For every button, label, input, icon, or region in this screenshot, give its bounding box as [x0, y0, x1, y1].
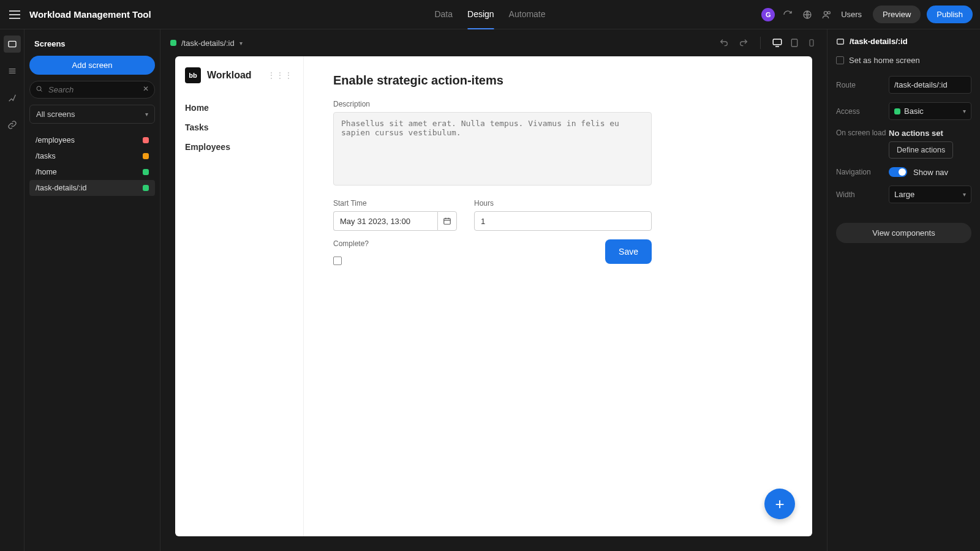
current-route-text: /task-details/:id [181, 39, 235, 48]
menu-icon[interactable] [7, 7, 22, 22]
rail-link-icon[interactable] [4, 116, 21, 133]
show-nav-toggle[interactable] [889, 167, 907, 177]
route-input[interactable] [889, 76, 971, 94]
screens-filter-value: All screens [36, 110, 75, 119]
set-home-screen[interactable]: Set as home screen [836, 56, 971, 65]
inspector-header: /task-details/:id [836, 37, 971, 46]
svg-point-7 [37, 86, 41, 91]
save-button[interactable]: Save [605, 239, 652, 264]
width-value: Large [894, 190, 914, 199]
svg-line-8 [40, 90, 42, 92]
start-time-label: Start Time [333, 199, 462, 208]
top-tabs: Data Design Automate [434, 0, 545, 29]
nav-employees[interactable]: Employees [185, 137, 293, 157]
screen-list: /employees /tasks /home /task-details/:i… [29, 132, 155, 196]
users-label[interactable]: Users [841, 10, 862, 19]
access-prop-label: Access [836, 107, 889, 116]
tab-data[interactable]: Data [434, 0, 453, 29]
set-home-label: Set as home screen [849, 56, 920, 65]
top-right: G Users Preview Publish [761, 6, 973, 23]
chevron-down-icon: ▾ [239, 40, 243, 47]
users-icon[interactable] [820, 8, 834, 21]
sync-icon[interactable] [781, 8, 794, 21]
search-icon [36, 85, 43, 92]
tab-design[interactable]: Design [467, 0, 494, 29]
screen-item-home[interactable]: /home [29, 164, 155, 180]
screen-item-dot [143, 169, 149, 175]
screen-item-label: /home [36, 168, 57, 176]
route-dot [170, 40, 176, 46]
screens-search-input[interactable] [29, 81, 155, 99]
screens-filter-select[interactable]: All screens ▾ [29, 105, 155, 124]
access-select[interactable]: Basic ▾ [889, 102, 971, 120]
rail-screens-icon[interactable] [4, 36, 21, 53]
svg-point-1 [824, 11, 827, 14]
center-toolbar: /task-details/:id ▾ [160, 29, 827, 56]
no-actions-text: No actions set [889, 129, 971, 138]
clear-search-icon[interactable]: ✕ [143, 84, 149, 93]
hours-input[interactable] [474, 211, 652, 231]
device-mobile-icon[interactable] [806, 37, 817, 48]
complete-checkbox[interactable] [333, 257, 342, 265]
undo-icon[interactable] [718, 37, 729, 48]
publish-button[interactable]: Publish [927, 6, 973, 23]
width-select[interactable]: Large ▾ [889, 186, 971, 203]
hours-label: Hours [474, 199, 652, 208]
screen-item-dot [143, 153, 149, 159]
chevron-down-icon: ▾ [963, 108, 966, 114]
view-components-button[interactable]: View components [836, 223, 971, 243]
screen-item-tasks[interactable]: /tasks [29, 148, 155, 164]
svg-rect-3 [9, 41, 16, 47]
current-route-badge[interactable]: /task-details/:id ▾ [170, 39, 243, 48]
canvas-sidebar: bb Workload ⋮⋮⋮ Home Tasks Employees [175, 56, 304, 536]
screen-item-dot [143, 185, 149, 191]
nav-tasks[interactable]: Tasks [185, 118, 293, 137]
canvas-main: Enable strategic action-items Descriptio… [304, 56, 812, 536]
screens-panel: Screens Add screen ✕ All screens ▾ /empl… [24, 29, 160, 551]
device-tablet-icon[interactable] [789, 37, 800, 48]
nav-home[interactable]: Home [185, 98, 293, 118]
form-title: Enable strategic action-items [333, 73, 783, 88]
icon-rail [0, 29, 24, 551]
app-title: Workload Management Tool [29, 9, 151, 20]
description-label: Description [333, 100, 783, 108]
device-desktop-icon[interactable] [772, 37, 783, 48]
description-textarea[interactable] [333, 112, 652, 186]
screen-item-task-details[interactable]: /task-details/:id [29, 180, 155, 196]
svg-rect-13 [444, 219, 451, 224]
define-actions-button[interactable]: Define actions [889, 141, 953, 159]
add-component-fab[interactable]: + [764, 489, 795, 519]
screens-search: ✕ [29, 81, 155, 99]
svg-rect-11 [791, 39, 797, 47]
route-prop-label: Route [836, 81, 889, 89]
screen-icon [836, 37, 845, 46]
screen-item-label: /tasks [36, 152, 56, 160]
preview-button[interactable]: Preview [873, 6, 921, 23]
screens-panel-title: Screens [29, 37, 155, 56]
screen-item-employees[interactable]: /employees [29, 132, 155, 148]
inspector-panel: /task-details/:id Set as home screen Rou… [827, 29, 980, 551]
rail-list-icon[interactable] [4, 62, 21, 80]
center-area: /task-details/:id ▾ [160, 29, 827, 551]
start-time-input[interactable] [333, 211, 437, 231]
width-prop-label: Width [836, 190, 889, 199]
screen-item-label: /employees [36, 136, 75, 144]
svg-rect-12 [810, 40, 813, 47]
brand-name: Workload [207, 70, 252, 81]
globe-icon[interactable] [801, 8, 814, 21]
brand-logo: bb [185, 67, 201, 83]
tab-automate[interactable]: Automate [509, 0, 546, 29]
calendar-icon[interactable] [437, 211, 457, 231]
avatar[interactable]: G [761, 8, 775, 21]
screen-item-label: /task-details/:id [36, 184, 86, 192]
svg-rect-9 [773, 39, 782, 45]
redo-icon[interactable] [738, 37, 749, 48]
screen-item-dot [143, 137, 149, 143]
rail-theme-icon[interactable] [4, 89, 21, 107]
set-home-checkbox[interactable] [836, 56, 844, 64]
svg-point-2 [827, 11, 830, 13]
on-load-label: On screen load [836, 129, 889, 137]
add-screen-button[interactable]: Add screen [29, 56, 155, 75]
navigation-prop-label: Navigation [836, 168, 889, 176]
drag-handle-icon[interactable]: ⋮⋮⋮ [268, 71, 293, 80]
